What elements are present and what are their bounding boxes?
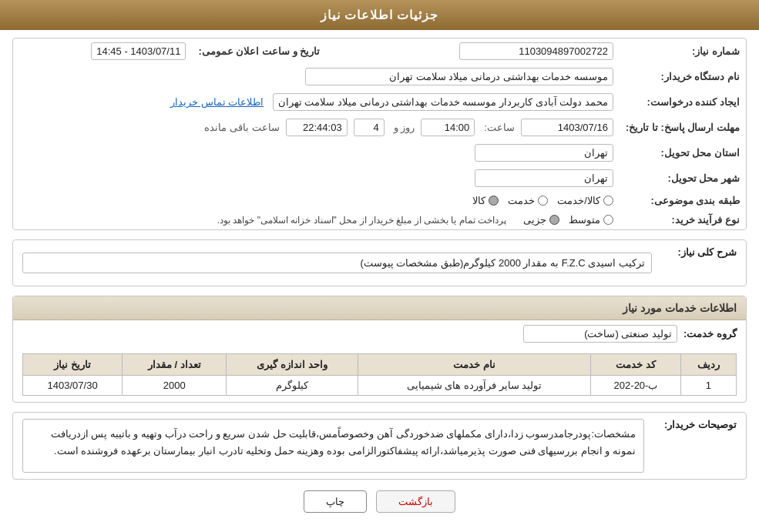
tarikh-label: تاریخ و ساعت اعلان عمومی: [192, 38, 326, 64]
radio-khadmat: خدمت [508, 195, 548, 206]
page-header: جزئیات اطلاعات نیاز [0, 0, 759, 30]
khadamat-table: ردیف کد خدمت نام خدمت واحد اندازه گیری ت… [22, 353, 737, 396]
col-unit: واحد اندازه گیری [227, 354, 358, 376]
shahr-label: شهر محل تحویل: [620, 166, 746, 191]
time-remaining-box: 22:44:03 [286, 119, 348, 136]
cell-code: ب-20-202 [591, 376, 680, 396]
back-button[interactable]: بازگشت [376, 490, 455, 513]
novfahrayan-label: نوع فرآیند خرید: [620, 210, 746, 229]
contact-link[interactable]: اطلاعات تماس خریدار [170, 96, 264, 108]
radio-label-kala: کالا [472, 195, 485, 206]
ostan-label: استان محل تحویل: [620, 140, 746, 166]
tarikh-value: 1403/07/11 - 14:45 [13, 38, 192, 64]
tabaqe-label: طبقه بندی موضوعی: [620, 191, 746, 210]
days-box: 4 [354, 119, 385, 136]
col-code: کد خدمت [591, 354, 680, 376]
date1-box: 1403/07/16 [521, 119, 613, 136]
shahr-box: تهران [475, 169, 613, 187]
desc-content: مشخصات:پودرجامدرسوب زدا،دارای مکملهای ضد… [22, 419, 644, 473]
saat-label: ساعت: [484, 122, 515, 133]
cell-date: 1403/07/30 [23, 376, 123, 396]
shomara-box: 1103094897002722 [459, 42, 613, 60]
radio-label-motavasset: متوسط [569, 214, 600, 226]
radio-circle-motavasset [603, 215, 613, 225]
nam-label: نام دستگاه خریدار: [620, 64, 746, 89]
col-date: تاریخ نیاز [23, 354, 123, 376]
desc-label: توصیحات خریدار: [652, 419, 737, 430]
ostan-box: تهران [475, 144, 613, 162]
radio-circle-khadmat [538, 196, 548, 206]
cell-name: تولید سایر فرآورده های شیمیایی [358, 376, 591, 396]
radio-label-khadmat: خدمت [508, 195, 535, 206]
button-row: بازگشت چاپ [12, 490, 747, 513]
radio-kala-khadmat: کالا/خدمت [557, 195, 613, 206]
ijad-value: محمد دولت آبادی کاربردار موسسه خدمات بهد… [273, 93, 613, 111]
time1-box: 14:00 [421, 119, 475, 136]
nam-box: موسسه خدمات بهداشتی درمانی میلاد سلامت ت… [305, 68, 613, 85]
cell-radif: 1 [680, 376, 736, 396]
radio-label-kala-khadmat: کالا/خدمت [557, 195, 600, 206]
radio-circle-kala-khadmat [603, 196, 613, 206]
radio-circle-jozi [549, 215, 559, 225]
novfahrayan-note: پرداخت تمام یا بخشی از مبلغ خریدار از مح… [217, 215, 506, 226]
group-value: تولید صنعتی (ساخت) [523, 325, 677, 343]
table-row: 1 ب-20-202 تولید سایر فرآورده های شیمیای… [23, 376, 737, 396]
radio-kala: کالا [472, 195, 499, 206]
print-button[interactable]: چاپ [304, 490, 367, 513]
col-radif: ردیف [680, 354, 736, 376]
radio-jozi: جزیی [523, 214, 559, 226]
roz-label: روز و [394, 122, 415, 133]
group-label: گروه خدمت: [683, 328, 737, 340]
ijad-label: ایجاد کننده درخواست: [620, 89, 746, 115]
col-name: نام خدمت [358, 354, 591, 376]
khadamat-section-title: اطلاعات خدمات مورد نیاز [13, 296, 746, 320]
shomara-value: 1103094897002722 [341, 38, 620, 64]
radio-label-jozi: جزیی [523, 214, 546, 226]
radio-motavasset: متوسط [569, 214, 613, 226]
tarikh-box: 1403/07/11 - 14:45 [91, 42, 186, 60]
shomara-label: شماره نیاز: [620, 38, 746, 64]
mohlat-label: مهلت ارسال پاسخ: تا تاریخ: [620, 115, 746, 140]
cell-unit: کیلوگرم [227, 376, 358, 396]
sharh-content: ترکیب اسیدی F.Z.C به مقدار 2000 کیلوگرم(… [22, 253, 652, 273]
col-qty: تعداد / مقدار [123, 354, 227, 376]
saat-mande-label: ساعت باقی مانده [204, 122, 279, 133]
radio-circle-kala [489, 196, 499, 206]
cell-qty: 2000 [123, 376, 227, 396]
sharh-label: شرح کلی نیاز: [660, 246, 737, 258]
